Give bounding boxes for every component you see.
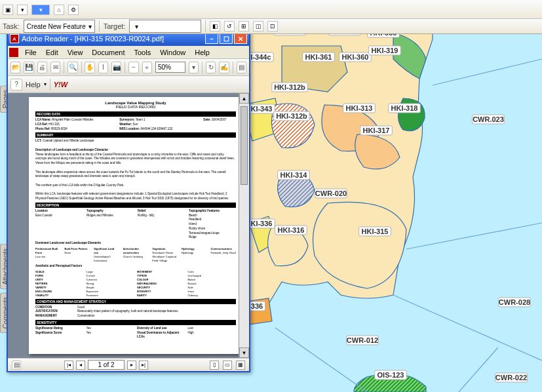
view-mode-3-icon[interactable]: ▦ xyxy=(236,361,245,370)
window-title: Adobe Reader - [HKI-315 R0023-R0024.pdf] xyxy=(22,35,203,43)
menubar: File Edit View Document Tools Window Hel… xyxy=(8,46,249,59)
save-icon[interactable]: 💾 xyxy=(24,62,33,73)
host-tool-6-icon[interactable]: ↺ xyxy=(224,21,235,31)
sign-icon[interactable]: ✍ xyxy=(219,62,229,73)
host-tool-7-icon[interactable]: ⊞ xyxy=(239,21,249,31)
task-label: Task: xyxy=(3,22,20,30)
svg-text:HKI-312b: HKI-312b xyxy=(274,83,305,91)
menu-view[interactable]: View xyxy=(64,48,87,57)
tools-extra-icon[interactable]: ▤ xyxy=(237,62,246,73)
adobe-doc-icon[interactable] xyxy=(9,48,18,57)
map-label-336[interactable]: 336 xyxy=(248,302,265,311)
map-label-HKI-319[interactable]: HKI-319 xyxy=(369,46,401,55)
close-button[interactable]: ✕ xyxy=(234,33,247,44)
map-label-HKI-312b[interactable]: HKI-312b xyxy=(274,111,309,121)
vertical-scrollbar[interactable]: ▲ ▼ xyxy=(239,93,249,358)
svg-text:336: 336 xyxy=(251,302,263,310)
map-label-CWR.023[interactable]: CWR.023 xyxy=(473,115,505,124)
yahoo-toolbar-brand[interactable]: Y!W xyxy=(54,81,68,88)
chevron-down-icon: ▾ xyxy=(135,23,138,30)
page-size-icon[interactable]: ▤ xyxy=(12,361,21,370)
map-label-CWR-012[interactable]: CWR-012 xyxy=(347,336,379,345)
first-page-button[interactable]: |◂ xyxy=(64,361,73,370)
svg-text:HKI-319: HKI-319 xyxy=(372,47,398,54)
map-label-HKI-360[interactable]: HKI-360 xyxy=(339,52,372,62)
help-icon[interactable]: ? xyxy=(10,79,22,90)
scroll-thumb[interactable] xyxy=(241,106,248,185)
host-tool-1-icon[interactable]: ▣ xyxy=(3,5,13,15)
map-label-CWR-022[interactable]: CWR-022 xyxy=(495,373,528,382)
svg-text:HKI-317: HKI-317 xyxy=(363,127,390,134)
reader-toolbar-2: ? Help ▾ Y!W xyxy=(8,76,249,93)
host-tool-3-icon[interactable]: ⌂ xyxy=(54,5,64,15)
reader-toolbar-1: 📂 💾 🖨 ✉ 🔍 ✋ I 📷 − ＋ ▾ ↻ ✍ ▤ xyxy=(8,59,249,76)
view-mode-1-icon[interactable]: ▯ xyxy=(210,361,219,370)
scroll-down-icon[interactable]: ▼ xyxy=(239,347,249,358)
document-area[interactable]: Landscape Value Mapping Study FIELD DATA… xyxy=(8,93,249,358)
map-label-CWR-020[interactable]: CWR-020 xyxy=(315,189,347,198)
email-icon[interactable]: ✉ xyxy=(50,62,60,73)
target-combo[interactable]: ▾ xyxy=(129,20,201,33)
bar-sensitivity: SENSITIVITY xyxy=(35,320,236,325)
map-label-HKI-317[interactable]: HKI-317 xyxy=(360,126,393,135)
menu-document[interactable]: Document xyxy=(88,48,128,57)
search-icon[interactable]: 🔍 xyxy=(68,62,77,73)
adobe-icon: A xyxy=(10,34,19,43)
map-label-HKI-314[interactable]: HKI-314 xyxy=(278,170,310,180)
map-label-CWR-028[interactable]: CWR-028 xyxy=(499,298,531,307)
svg-text:HKI-316: HKI-316 xyxy=(278,226,305,234)
snapshot-icon[interactable]: 📷 xyxy=(111,62,121,73)
map-label-HKI-313[interactable]: HKI-313 xyxy=(343,104,376,113)
task-combo[interactable]: Create New Feature▾ xyxy=(24,20,95,33)
host-tool-9-icon[interactable]: ⊡ xyxy=(267,21,278,31)
host-tool-2-icon[interactable]: ▾ xyxy=(17,5,28,15)
svg-text:CWR.023: CWR.023 xyxy=(473,115,504,123)
open-icon[interactable]: 📂 xyxy=(10,62,20,73)
select-tool-icon[interactable]: I xyxy=(98,62,108,73)
svg-text:HKI-314: HKI-314 xyxy=(281,171,308,179)
minimize-button[interactable]: – xyxy=(205,33,218,44)
map-label-OIS-123[interactable]: OIS-123 xyxy=(375,370,407,380)
next-page-button[interactable]: ▸ xyxy=(127,361,136,370)
adobe-reader-window: A Adobe Reader - [HKI-315 R0023-R0024.pd… xyxy=(7,30,250,372)
page-indicator[interactable]: 1 of 2 xyxy=(88,360,125,370)
view-mode-2-icon[interactable]: ▭ xyxy=(223,361,232,370)
target-label: Target: xyxy=(104,22,126,30)
hand-tool-icon[interactable]: ✋ xyxy=(85,62,94,73)
map-label-HKI-316[interactable]: HKI-316 xyxy=(275,225,307,235)
menu-tools[interactable]: Tools xyxy=(130,48,155,57)
last-page-button[interactable]: ▸| xyxy=(139,361,148,370)
svg-text:HKI-361: HKI-361 xyxy=(305,53,332,61)
scroll-up-icon[interactable]: ▲ xyxy=(239,93,249,104)
print-icon[interactable]: 🖨 xyxy=(37,62,47,73)
map-label-HKI-361[interactable]: HKI-361 xyxy=(303,52,335,62)
bar-record-data: RECORD DATA xyxy=(35,111,236,117)
svg-text:CWR-012: CWR-012 xyxy=(347,336,378,344)
svg-text:HKI-360: HKI-360 xyxy=(342,53,369,61)
pdf-page: Landscape Value Mapping Study FIELD DATA… xyxy=(29,97,242,354)
zoom-field[interactable] xyxy=(155,62,185,73)
host-tool-8-icon[interactable]: ◫ xyxy=(253,21,263,31)
zoom-dropdown-icon[interactable]: ▾ xyxy=(189,62,199,73)
zoom-out-icon[interactable]: − xyxy=(128,62,138,73)
host-tool-4-icon[interactable]: ⚙ xyxy=(68,5,79,15)
menu-edit[interactable]: Edit xyxy=(42,48,62,57)
map-label-HKI-318[interactable]: HKI-318 xyxy=(389,104,421,113)
menu-help[interactable]: Help xyxy=(191,48,214,57)
menu-file[interactable]: File xyxy=(21,48,41,57)
maximize-button[interactable]: ☐ xyxy=(220,33,233,44)
reader-statusbar: ▤ |◂ ◂ 1 of 2 ▸ ▸| ▯ ▭ ▦ xyxy=(8,358,249,371)
host-tool-blue-dropdown[interactable]: ▾ xyxy=(31,5,50,15)
bar-description: DESCRIPTION xyxy=(35,203,236,208)
zoom-in-icon[interactable]: ＋ xyxy=(142,62,152,73)
host-tool-5-icon[interactable]: ◧ xyxy=(210,21,220,31)
help-label[interactable]: Help xyxy=(26,81,41,88)
map-label-HKI-312b[interactable]: HKI-312b xyxy=(272,83,307,92)
map-label-HKI-315[interactable]: HKI-315 xyxy=(359,227,391,236)
bar-condition: CONDITION AND MANAGEMENT STRATEGY xyxy=(35,299,236,304)
prev-page-button[interactable]: ◂ xyxy=(76,361,85,370)
bar-summary: SUMMARY xyxy=(35,132,236,138)
rotate-icon[interactable]: ↻ xyxy=(206,62,216,73)
menu-window[interactable]: Window xyxy=(156,48,189,57)
svg-text:CWR-028: CWR-028 xyxy=(499,298,530,306)
